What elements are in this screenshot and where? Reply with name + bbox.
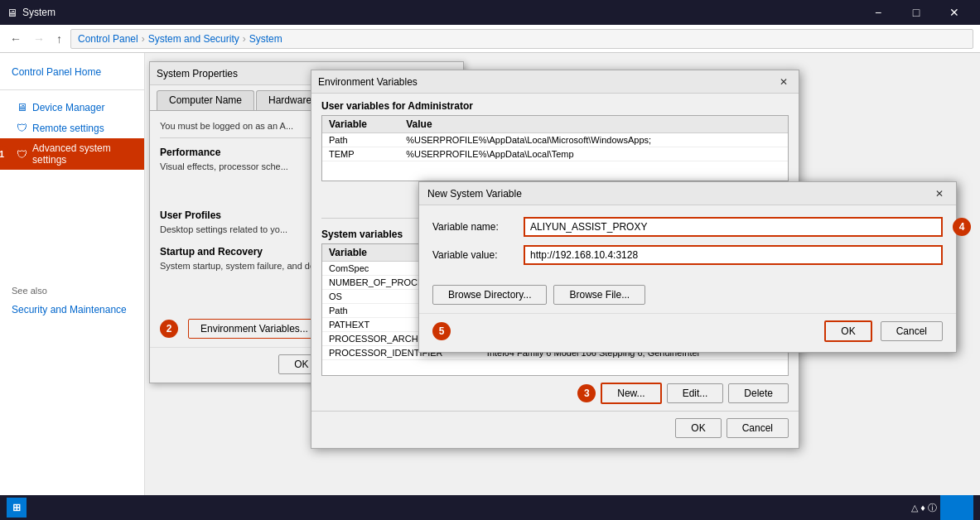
breadcrumb: Control Panel › System and Security › Sy… <box>70 29 973 49</box>
control-panel-home-link[interactable]: Control Panel Home <box>0 61 144 83</box>
badge-4: 4 <box>953 218 971 236</box>
sidebar-item-label: Advanced system settings <box>32 142 133 166</box>
breadcrumb-control-panel[interactable]: Control Panel <box>78 33 138 45</box>
back-button[interactable]: ← <box>7 31 25 47</box>
badge-3: 3 <box>577 384 596 402</box>
env-vars-title-text: Environment Variables <box>318 76 775 88</box>
shield-icon-2: 🛡 <box>17 148 27 161</box>
sys-delete-button[interactable]: Delete <box>728 383 789 403</box>
table-row[interactable]: Path %USERPROFILE%\AppData\Local\Microso… <box>322 133 788 147</box>
breadcrumb-system-security[interactable]: System and Security <box>148 33 239 45</box>
user-var-value: %USERPROFILE%\AppData\Local\Microsoft\Wi… <box>399 133 788 147</box>
user-var-name: Path <box>322 133 399 147</box>
address-bar: ← → ↑ Control Panel › System and Securit… <box>0 25 980 53</box>
up-button[interactable]: ↑ <box>53 31 65 47</box>
browse-file-button[interactable]: Browse File... <box>553 285 645 305</box>
variable-name-input[interactable] <box>524 217 943 237</box>
env-cancel-button[interactable]: Cancel <box>727 418 789 438</box>
maximize-button[interactable]: □ <box>897 0 935 25</box>
right-content: System Properties ✕ Computer Name Hardwa… <box>145 53 980 520</box>
title-bar: 🖥 System − □ ✕ <box>0 0 980 25</box>
sys-new-button[interactable]: New... <box>601 383 661 404</box>
window-title: System <box>22 7 56 18</box>
env-vars-footer: OK Cancel <box>311 411 799 448</box>
taskbar: ⊞ △ ♦ ⓘ <box>0 495 980 520</box>
badge-2: 2 <box>160 320 178 338</box>
new-var-title-text: New System Variable <box>427 188 931 200</box>
window: 🖥 System − □ ✕ ← → ↑ Control Panel › Sys… <box>0 0 980 520</box>
user-vars-section-title: User variables for Administrator <box>311 94 799 115</box>
table-row[interactable]: TEMP %USERPROFILE%\AppData\Local\Temp <box>322 147 788 161</box>
environment-variables-button[interactable]: Environment Variables... <box>188 319 321 339</box>
new-var-dialog: New System Variable ✕ Variable name: 4 V… <box>418 181 957 353</box>
new-var-content: Variable name: 4 Variable value: <box>419 205 956 282</box>
user-var-name: TEMP <box>322 147 399 161</box>
new-var-footer: 5 OK Cancel <box>419 313 956 352</box>
tab-computer-name[interactable]: Computer Name <box>157 90 254 110</box>
new-var-close-button[interactable]: ✕ <box>931 185 948 202</box>
see-also-label: See also <box>0 269 144 301</box>
computer-icon: 🖥 <box>17 101 27 113</box>
variable-value-label: Variable value: <box>432 249 524 261</box>
sidebar-item-label: Remote settings <box>32 123 104 134</box>
sidebar-item-label: Device Manager <box>32 102 104 113</box>
env-vars-close-button[interactable]: ✕ <box>775 74 792 90</box>
window-icon: 🖥 <box>7 7 17 19</box>
sys-edit-button[interactable]: Edit... <box>667 383 724 403</box>
breadcrumb-system[interactable]: System <box>249 33 282 45</box>
user-vars-table: Variable Value Path %USERPROFILE%\AppDat… <box>321 115 789 181</box>
new-var-browse-buttons: Browse Directory... Browse File... <box>419 282 956 313</box>
taskbar-time: △ ♦ ⓘ <box>911 502 937 514</box>
forward-button[interactable]: → <box>30 31 48 47</box>
minimize-button[interactable]: − <box>859 0 897 25</box>
left-panel: Control Panel Home 🖥 Device Manager 🛡 Re… <box>0 53 145 520</box>
sidebar-item-device-manager[interactable]: 🖥 Device Manager <box>17 101 104 113</box>
variable-name-row: Variable name: 4 <box>432 217 943 237</box>
sidebar-item-remote-settings[interactable]: 🛡 Remote settings <box>17 122 104 134</box>
taskbar-language <box>940 495 973 520</box>
new-var-cancel-button[interactable]: Cancel <box>881 321 943 341</box>
security-maintenance-link[interactable]: Security and Maintenance <box>0 304 144 315</box>
badge-5: 5 <box>432 322 451 340</box>
shield-icon: 🛡 <box>17 122 27 134</box>
close-button[interactable]: ✕ <box>935 0 973 25</box>
env-ok-button[interactable]: OK <box>675 418 721 438</box>
start-button[interactable]: ⊞ <box>7 498 27 518</box>
new-var-ok-button[interactable]: OK <box>824 320 871 342</box>
user-var-value: %USERPROFILE%\AppData\Local\Temp <box>399 147 788 161</box>
env-vars-title-bar: Environment Variables ✕ <box>311 70 799 94</box>
browse-directory-button[interactable]: Browse Directory... <box>432 285 547 305</box>
user-table-header-variable: Variable <box>322 116 399 133</box>
main-area: Control Panel Home 🖥 Device Manager 🛡 Re… <box>0 53 980 520</box>
sidebar-item-advanced-settings[interactable]: 🛡 Advanced system settings <box>0 138 144 170</box>
user-table-header-value: Value <box>399 116 788 133</box>
new-var-title-bar: New System Variable ✕ <box>419 182 956 205</box>
variable-value-row: Variable value: <box>432 245 943 265</box>
variable-value-input[interactable] <box>524 245 943 265</box>
variable-name-label: Variable name: <box>432 221 524 233</box>
sys-vars-buttons: 3 New... Edit... Delete <box>311 379 799 411</box>
